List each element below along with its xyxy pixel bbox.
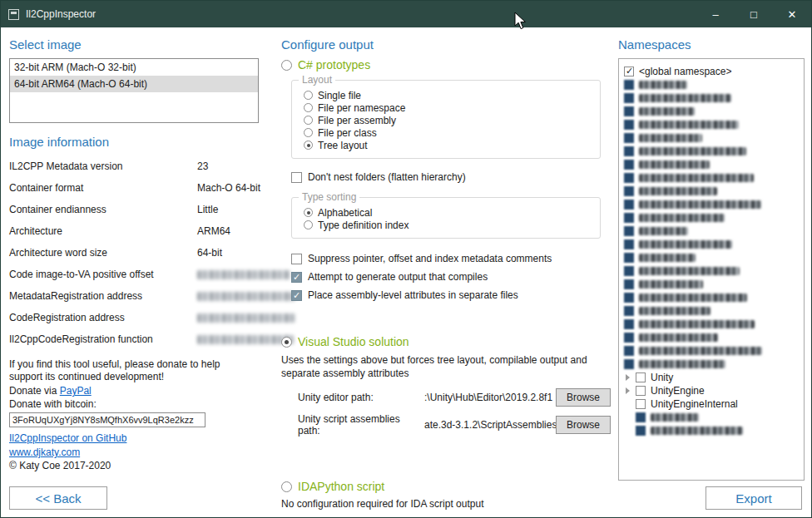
namespace-row-redacted[interactable] <box>624 238 799 251</box>
namespace-checkbox[interactable] <box>624 346 634 356</box>
namespace-checkbox[interactable] <box>636 412 646 422</box>
maximize-button[interactable]: □ <box>735 1 773 27</box>
expander-icon[interactable] <box>626 387 630 394</box>
namespace-row-redacted[interactable] <box>624 118 799 131</box>
list-item-image-1[interactable]: 64-bit ARM64 (Mach-O 64-bit) <box>10 76 258 92</box>
namespace-checkbox[interactable] <box>624 173 634 183</box>
radio-file-per-namespace[interactable]: File per namespace <box>304 101 592 114</box>
namespace-row-unityengineinternal[interactable]: UnityEngineInternal <box>624 397 799 411</box>
close-button[interactable]: ✕ <box>773 1 811 27</box>
namespace-row-redacted[interactable] <box>624 264 799 278</box>
namespace-row-redacted[interactable] <box>624 78 799 91</box>
suppress-metadata-checkbox-row[interactable]: Suppress pointer, offset and index metad… <box>291 252 611 265</box>
namespace-checkbox[interactable] <box>636 386 646 396</box>
radio-icon[interactable] <box>281 481 292 492</box>
radio-icon[interactable] <box>281 337 292 348</box>
namespace-checkbox[interactable] <box>624 200 634 210</box>
radio-file-per-class[interactable]: File per class <box>304 126 592 139</box>
namespace-row-unityengine[interactable]: UnityEngine <box>624 384 799 397</box>
namespace-checkbox[interactable] <box>624 120 634 130</box>
namespace-checkbox[interactable] <box>624 80 634 90</box>
namespace-checkbox[interactable] <box>624 226 634 236</box>
export-button[interactable]: Export <box>706 486 802 510</box>
namespace-checkbox[interactable] <box>636 399 646 409</box>
expander-icon[interactable] <box>626 374 630 381</box>
namespace-row-redacted[interactable] <box>624 291 799 304</box>
namespace-row-redacted[interactable] <box>624 211 799 224</box>
paypal-link[interactable]: PayPal <box>60 385 92 397</box>
namespace-checkbox[interactable] <box>624 213 634 223</box>
radio-icon[interactable] <box>304 128 313 137</box>
checkbox-icon[interactable] <box>291 254 302 264</box>
namespace-row-redacted[interactable] <box>624 91 799 105</box>
radio-file-per-assembly[interactable]: File per assembly <box>304 114 592 126</box>
radio-icon[interactable] <box>304 116 313 125</box>
list-item-image-0[interactable]: 32-bit ARM (Mach-O 32-bit) <box>10 59 258 76</box>
namespace-row-redacted[interactable] <box>624 331 799 344</box>
namespace-row-redacted[interactable] <box>624 318 799 331</box>
radio-alphabetical[interactable]: Alphabetical <box>304 206 592 219</box>
namespace-row-redacted[interactable] <box>624 411 799 424</box>
namespace-row-unity[interactable]: Unity <box>624 371 799 384</box>
namespace-row-redacted[interactable] <box>624 251 799 264</box>
checkbox-icon[interactable] <box>291 272 302 283</box>
namespace-checkbox[interactable] <box>624 67 634 76</box>
radio-icon[interactable] <box>304 91 313 100</box>
namespace-row-redacted[interactable] <box>624 185 799 198</box>
namespace-checkbox[interactable] <box>636 426 646 436</box>
namespace-checkbox[interactable] <box>624 293 634 303</box>
namespace-checkbox[interactable] <box>624 266 634 276</box>
namespace-checkbox[interactable] <box>624 319 634 329</box>
visual-studio-solution-option[interactable]: Visual Studio solution <box>281 335 611 348</box>
namespace-row-redacted[interactable] <box>624 131 799 145</box>
radio-icon[interactable] <box>304 103 313 112</box>
radio-type-definition-index[interactable]: Type definition index <box>304 219 592 231</box>
namespace-row-redacted[interactable] <box>624 171 799 185</box>
namespace-row-redacted[interactable] <box>624 158 799 171</box>
browse-script-assemblies-button[interactable]: Browse <box>556 416 611 434</box>
namespace-checkbox[interactable] <box>624 239 634 249</box>
browse-editor-button[interactable]: Browse <box>556 388 611 407</box>
namespace-checkbox[interactable] <box>624 186 634 196</box>
radio-icon[interactable] <box>304 208 313 217</box>
namespace-row-redacted[interactable] <box>624 424 799 437</box>
namespace-checkbox[interactable] <box>624 133 634 143</box>
namespace-checkbox[interactable] <box>624 106 634 116</box>
namespace-row-redacted[interactable] <box>624 304 799 318</box>
minimize-button[interactable]: – <box>696 1 735 27</box>
namespace-checkbox[interactable] <box>624 146 634 156</box>
radio-tree-layout[interactable]: Tree layout <box>304 139 592 151</box>
namespace-checkbox[interactable] <box>624 160 634 170</box>
attempt-compile-checkbox-row[interactable]: Attempt to generate output that compiles <box>291 270 611 284</box>
checkbox-icon[interactable] <box>291 172 302 183</box>
namespace-row-redacted[interactable] <box>624 145 799 158</box>
csharp-prototypes-option[interactable]: C# prototypes <box>281 58 611 72</box>
namespace-row-redacted[interactable] <box>624 198 799 211</box>
namespace-checkbox[interactable] <box>624 279 634 289</box>
radio-icon[interactable] <box>304 220 313 229</box>
namespace-row-redacted[interactable] <box>624 278 799 291</box>
namespace-checkbox[interactable] <box>624 359 634 369</box>
namespace-checkbox[interactable] <box>636 372 646 382</box>
namespaces-panel[interactable]: <global namespace> Unity UnityEngine Uni… <box>618 58 805 481</box>
namespace-checkbox[interactable] <box>624 93 634 103</box>
idapython-script-option[interactable]: IDAPython script <box>281 480 611 493</box>
unity-script-path-value[interactable]: ate.3d-3.1.2\ScriptAssemblies <box>424 419 556 431</box>
namespace-checkbox[interactable] <box>624 306 634 316</box>
website-link[interactable]: www.djkaty.com <box>9 446 259 459</box>
namespace-row-redacted[interactable] <box>624 224 799 238</box>
github-link[interactable]: Il2CppInspector on GitHub <box>9 432 259 445</box>
bitcoin-address-input[interactable] <box>9 412 205 427</box>
namespace-row-redacted[interactable] <box>624 344 799 358</box>
radio-icon[interactable] <box>304 141 313 150</box>
checkbox-icon[interactable] <box>291 290 302 301</box>
namespace-row-global[interactable]: <global namespace> <box>624 65 799 78</box>
assembly-attributes-checkbox-row[interactable]: Place assembly-level attributes in separ… <box>291 289 611 302</box>
radio-icon[interactable] <box>281 60 292 71</box>
unity-editor-path-value[interactable]: :\Unity\Hub\Editor\2019.2.8f1 <box>424 392 556 403</box>
namespace-row-redacted[interactable] <box>624 358 799 371</box>
flatten-hierarchy-checkbox-row[interactable]: Don't nest folders (flatten hierarchy) <box>291 170 611 184</box>
namespace-checkbox[interactable] <box>624 253 634 263</box>
radio-single-file[interactable]: Single file <box>304 89 592 101</box>
back-button[interactable]: << Back <box>9 486 107 510</box>
